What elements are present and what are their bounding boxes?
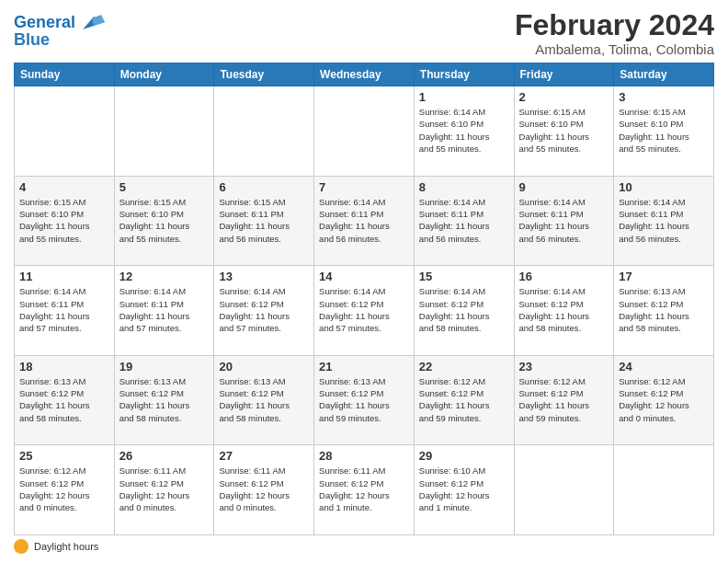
day-number: 13 — [219, 270, 309, 283]
calendar-week-row: 4Sunrise: 6:15 AM Sunset: 6:10 PM Daylig… — [15, 176, 714, 266]
calendar-week-row: 25Sunrise: 6:12 AM Sunset: 6:12 PM Dayli… — [15, 445, 714, 535]
calendar-day-cell — [15, 86, 115, 177]
weekday-header: Sunday — [15, 63, 115, 86]
calendar-day-cell: 20Sunrise: 6:13 AM Sunset: 6:12 PM Dayli… — [214, 355, 314, 445]
day-info: Sunrise: 6:15 AM Sunset: 6:11 PM Dayligh… — [219, 196, 309, 245]
day-info: Sunrise: 6:11 AM Sunset: 6:12 PM Dayligh… — [119, 465, 210, 513]
calendar-page: General Blue February 2024 Ambalema, Tol… — [0, 0, 728, 563]
day-info: Sunrise: 6:14 AM Sunset: 6:12 PM Dayligh… — [419, 285, 509, 334]
logo-text-line1: General — [14, 14, 75, 32]
title-section: February 2024 Ambalema, Tolima, Colombia — [515, 9, 714, 57]
day-number: 12 — [119, 270, 210, 283]
day-number: 23 — [519, 360, 609, 373]
calendar-footer: Daylight hours — [14, 539, 714, 554]
day-number: 27 — [219, 449, 309, 463]
day-info: Sunrise: 6:15 AM Sunset: 6:10 PM Dayligh… — [519, 106, 609, 155]
day-info: Sunrise: 6:11 AM Sunset: 6:12 PM Dayligh… — [319, 465, 409, 513]
calendar-day-cell: 29Sunrise: 6:10 AM Sunset: 6:12 PM Dayli… — [414, 445, 514, 535]
calendar-day-cell: 26Sunrise: 6:11 AM Sunset: 6:12 PM Dayli… — [114, 445, 214, 535]
weekday-header: Wednesday — [314, 63, 415, 86]
calendar-day-cell — [514, 445, 614, 535]
day-info: Sunrise: 6:14 AM Sunset: 6:11 PM Dayligh… — [119, 285, 210, 334]
calendar-day-cell: 13Sunrise: 6:14 AM Sunset: 6:12 PM Dayli… — [214, 266, 314, 356]
calendar-day-cell: 1Sunrise: 6:14 AM Sunset: 6:10 PM Daylig… — [414, 86, 514, 177]
calendar-day-cell: 22Sunrise: 6:12 AM Sunset: 6:12 PM Dayli… — [414, 355, 514, 445]
day-number: 20 — [219, 360, 309, 373]
calendar-week-row: 18Sunrise: 6:13 AM Sunset: 6:12 PM Dayli… — [15, 355, 714, 445]
day-number: 25 — [19, 449, 109, 463]
day-number: 14 — [319, 270, 409, 283]
weekday-header: Saturday — [614, 63, 714, 86]
calendar-day-cell: 24Sunrise: 6:12 AM Sunset: 6:12 PM Dayli… — [614, 355, 714, 445]
day-number: 10 — [619, 180, 709, 194]
daylight-label: Daylight hours — [34, 541, 98, 552]
day-info: Sunrise: 6:14 AM Sunset: 6:12 PM Dayligh… — [219, 285, 309, 334]
day-info: Sunrise: 6:13 AM Sunset: 6:12 PM Dayligh… — [319, 375, 409, 424]
day-number: 22 — [419, 360, 509, 373]
calendar-day-cell — [614, 445, 714, 535]
day-number: 18 — [19, 360, 109, 373]
calendar-table: SundayMondayTuesdayWednesdayThursdayFrid… — [14, 63, 714, 535]
calendar-day-cell: 27Sunrise: 6:11 AM Sunset: 6:12 PM Dayli… — [214, 445, 314, 535]
day-info: Sunrise: 6:13 AM Sunset: 6:12 PM Dayligh… — [19, 375, 109, 424]
calendar-day-cell: 21Sunrise: 6:13 AM Sunset: 6:12 PM Dayli… — [314, 355, 415, 445]
logo-bird-icon — [75, 13, 105, 33]
calendar-day-cell: 8Sunrise: 6:14 AM Sunset: 6:11 PM Daylig… — [414, 176, 514, 266]
logo-text-line2: Blue — [14, 31, 105, 50]
day-number: 26 — [119, 449, 210, 463]
day-info: Sunrise: 6:12 AM Sunset: 6:12 PM Dayligh… — [619, 375, 709, 424]
day-number: 11 — [19, 270, 109, 283]
day-info: Sunrise: 6:15 AM Sunset: 6:10 PM Dayligh… — [619, 106, 709, 155]
day-number: 19 — [119, 360, 210, 373]
day-info: Sunrise: 6:14 AM Sunset: 6:12 PM Dayligh… — [519, 285, 609, 334]
weekday-header: Tuesday — [214, 63, 314, 86]
day-info: Sunrise: 6:14 AM Sunset: 6:12 PM Dayligh… — [319, 285, 409, 334]
day-number: 15 — [419, 270, 509, 283]
location-subtitle: Ambalema, Tolima, Colombia — [515, 41, 714, 57]
day-number: 5 — [119, 180, 210, 194]
calendar-day-cell: 11Sunrise: 6:14 AM Sunset: 6:11 PM Dayli… — [15, 266, 115, 356]
calendar-day-cell: 5Sunrise: 6:15 AM Sunset: 6:10 PM Daylig… — [114, 176, 214, 266]
calendar-day-cell: 18Sunrise: 6:13 AM Sunset: 6:12 PM Dayli… — [15, 355, 115, 445]
weekday-header: Thursday — [414, 63, 514, 86]
day-number: 29 — [419, 449, 509, 463]
day-number: 16 — [519, 270, 609, 283]
day-number: 28 — [319, 449, 409, 463]
day-info: Sunrise: 6:11 AM Sunset: 6:12 PM Dayligh… — [219, 465, 309, 513]
calendar-day-cell: 10Sunrise: 6:14 AM Sunset: 6:11 PM Dayli… — [614, 176, 714, 266]
calendar-day-cell: 19Sunrise: 6:13 AM Sunset: 6:12 PM Dayli… — [114, 355, 214, 445]
day-number: 6 — [219, 180, 309, 194]
day-number: 7 — [319, 180, 409, 194]
day-number: 17 — [619, 270, 709, 283]
weekday-header: Monday — [114, 63, 214, 86]
month-title: February 2024 — [515, 9, 714, 41]
day-number: 8 — [419, 180, 509, 194]
calendar-day-cell: 17Sunrise: 6:13 AM Sunset: 6:12 PM Dayli… — [614, 266, 714, 356]
day-number: 4 — [19, 180, 109, 194]
day-number: 1 — [419, 90, 509, 104]
sun-icon — [14, 539, 28, 554]
calendar-day-cell: 28Sunrise: 6:11 AM Sunset: 6:12 PM Dayli… — [314, 445, 415, 535]
calendar-day-cell: 6Sunrise: 6:15 AM Sunset: 6:11 PM Daylig… — [214, 176, 314, 266]
day-info: Sunrise: 6:10 AM Sunset: 6:12 PM Dayligh… — [419, 465, 509, 513]
day-number: 21 — [319, 360, 409, 373]
day-info: Sunrise: 6:14 AM Sunset: 6:11 PM Dayligh… — [319, 196, 409, 245]
calendar-day-cell: 3Sunrise: 6:15 AM Sunset: 6:10 PM Daylig… — [614, 86, 714, 177]
day-info: Sunrise: 6:15 AM Sunset: 6:10 PM Dayligh… — [19, 196, 109, 245]
day-info: Sunrise: 6:14 AM Sunset: 6:11 PM Dayligh… — [619, 196, 709, 245]
calendar-day-cell: 7Sunrise: 6:14 AM Sunset: 6:11 PM Daylig… — [314, 176, 415, 266]
day-info: Sunrise: 6:12 AM Sunset: 6:12 PM Dayligh… — [519, 375, 609, 424]
calendar-day-cell: 12Sunrise: 6:14 AM Sunset: 6:11 PM Dayli… — [114, 266, 214, 356]
weekday-header: Friday — [514, 63, 614, 86]
day-info: Sunrise: 6:13 AM Sunset: 6:12 PM Dayligh… — [619, 285, 709, 334]
calendar-day-cell: 25Sunrise: 6:12 AM Sunset: 6:12 PM Dayli… — [15, 445, 115, 535]
calendar-week-row: 11Sunrise: 6:14 AM Sunset: 6:11 PM Dayli… — [15, 266, 714, 356]
day-info: Sunrise: 6:14 AM Sunset: 6:11 PM Dayligh… — [19, 285, 109, 334]
calendar-day-cell: 4Sunrise: 6:15 AM Sunset: 6:10 PM Daylig… — [15, 176, 115, 266]
calendar-day-cell: 9Sunrise: 6:14 AM Sunset: 6:11 PM Daylig… — [514, 176, 614, 266]
calendar-day-cell: 23Sunrise: 6:12 AM Sunset: 6:12 PM Dayli… — [514, 355, 614, 445]
day-info: Sunrise: 6:13 AM Sunset: 6:12 PM Dayligh… — [119, 375, 210, 424]
svg-marker-1 — [92, 15, 105, 26]
weekday-header-row: SundayMondayTuesdayWednesdayThursdayFrid… — [15, 63, 714, 86]
calendar-day-cell — [314, 86, 415, 177]
